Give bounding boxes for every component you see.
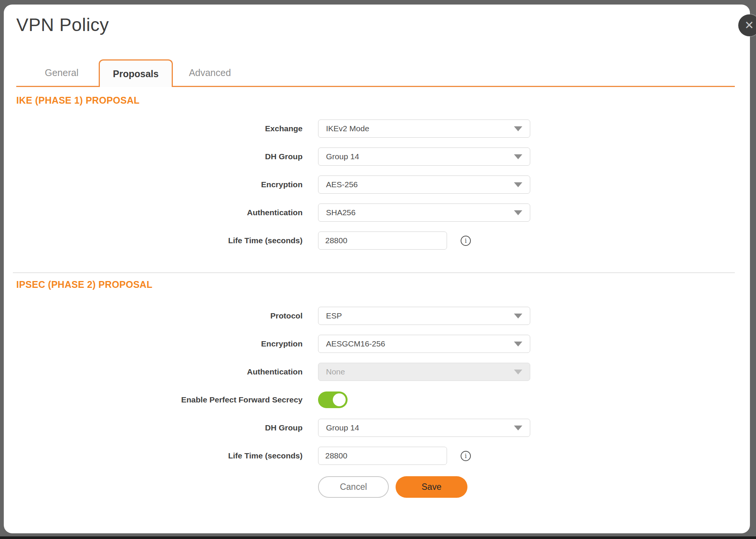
life-time-phase2-label: Life Time (seconds) — [4, 451, 318, 460]
chevron-down-icon — [514, 126, 522, 131]
authentication-phase2-select: None — [318, 363, 530, 381]
tab-advanced-label: Advanced — [189, 67, 231, 78]
chevron-down-icon — [514, 426, 522, 430]
tab-bar: General Proposals Advanced — [16, 59, 735, 87]
form-row-authentication-phase2: Authentication None — [4, 363, 750, 381]
dh-group-select[interactable]: Group 14 — [318, 148, 530, 166]
tab-general[interactable]: General — [25, 59, 99, 86]
chevron-down-icon — [514, 370, 522, 374]
exchange-select-value: IKEv2 Mode — [326, 124, 369, 133]
encryption-label: Encryption — [4, 180, 318, 189]
proposals-tab-content: IKE (PHASE 1) PROPOSAL Exchange IKEv2 Mo… — [4, 88, 750, 498]
vpn-policy-dialog: VPN Policy General Proposals Advanced IK… — [4, 5, 750, 533]
protocol-select-value: ESP — [326, 311, 342, 320]
form-row-exchange: Exchange IKEv2 Mode — [4, 120, 750, 138]
encryption-phase2-label: Encryption — [4, 339, 318, 348]
save-button[interactable]: Save — [396, 476, 467, 498]
encryption-phase2-select[interactable]: AESGCM16-256 — [318, 335, 530, 353]
exchange-label: Exchange — [4, 124, 318, 133]
form-row-pfs: Enable Perfect Forward Secrecy — [4, 391, 750, 409]
life-time-input[interactable] — [318, 231, 447, 250]
form-row-dh-group: DH Group Group 14 — [4, 148, 750, 166]
life-time-phase2-input[interactable] — [318, 447, 447, 465]
screen: { "dialog": { "title": "VPN Policy" }, "… — [0, 0, 756, 539]
chevron-down-icon — [514, 154, 522, 159]
ipsec-phase2-heading: IPSEC (PHASE 2) PROPOSAL — [16, 279, 750, 290]
window-bottom-edge — [0, 536, 756, 539]
dh-group-phase2-label: DH Group — [4, 423, 318, 432]
pfs-label: Enable Perfect Forward Secrecy — [4, 395, 318, 404]
tab-proposals-label: Proposals — [113, 68, 159, 79]
chevron-down-icon — [514, 314, 522, 318]
form-row-life-time-phase2: Life Time (seconds) i — [4, 447, 750, 465]
encryption-select-value: AES-256 — [326, 180, 358, 189]
authentication-label: Authentication — [4, 208, 318, 217]
dh-group-select-value: Group 14 — [326, 152, 359, 161]
ipsec-phase2-rows: Protocol ESP Encryption AESGCM16-256 — [4, 307, 750, 465]
form-row-encryption-phase2: Encryption AESGCM16-256 — [4, 335, 750, 353]
cancel-button[interactable]: Cancel — [318, 476, 389, 498]
info-icon[interactable]: i — [461, 451, 471, 461]
tab-advanced[interactable]: Advanced — [173, 59, 247, 86]
dh-group-phase2-select-value: Group 14 — [326, 423, 359, 432]
form-row-dh-group-phase2: DH Group Group 14 — [4, 419, 750, 437]
chevron-down-icon — [514, 182, 522, 187]
ike-phase1-heading: IKE (PHASE 1) PROPOSAL — [16, 95, 750, 106]
authentication-select[interactable]: SHA256 — [318, 203, 530, 222]
protocol-label: Protocol — [4, 311, 318, 320]
tab-general-label: General — [45, 67, 79, 78]
authentication-phase2-label: Authentication — [4, 367, 318, 376]
form-row-encryption: Encryption AES-256 — [4, 176, 750, 194]
chevron-down-icon — [514, 210, 522, 215]
dialog-footer: Cancel Save — [318, 476, 750, 498]
pfs-toggle[interactable] — [318, 391, 348, 408]
form-row-authentication: Authentication SHA256 — [4, 203, 750, 222]
page-title: VPN Policy — [16, 14, 109, 35]
exchange-select[interactable]: IKEv2 Mode — [318, 120, 530, 138]
ike-phase1-rows: Exchange IKEv2 Mode DH Group Group 14 — [4, 120, 750, 250]
authentication-phase2-select-value: None — [326, 367, 345, 376]
authentication-select-value: SHA256 — [326, 208, 355, 217]
tab-proposals[interactable]: Proposals — [99, 59, 173, 87]
form-row-protocol: Protocol ESP — [4, 307, 750, 325]
section-divider — [13, 272, 735, 273]
info-icon[interactable]: i — [461, 236, 471, 246]
chevron-down-icon — [514, 342, 522, 346]
form-row-life-time: Life Time (seconds) i — [4, 231, 750, 250]
dh-group-label: DH Group — [4, 152, 318, 161]
protocol-select[interactable]: ESP — [318, 307, 530, 325]
encryption-phase2-select-value: AESGCM16-256 — [326, 339, 385, 348]
life-time-label: Life Time (seconds) — [4, 236, 318, 245]
encryption-select[interactable]: AES-256 — [318, 176, 530, 194]
toggle-knob — [333, 393, 346, 406]
dh-group-phase2-select[interactable]: Group 14 — [318, 419, 530, 437]
